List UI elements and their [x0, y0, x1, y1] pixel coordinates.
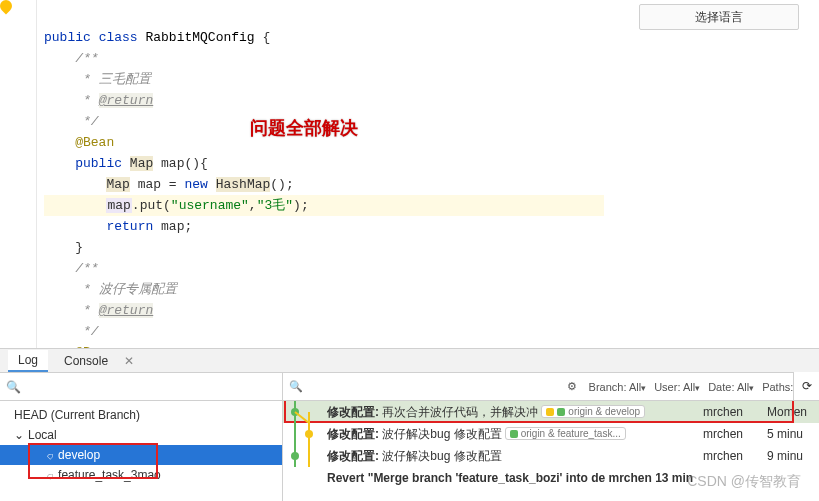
comment: */	[75, 324, 98, 339]
class-name: RabbitMQConfig	[145, 30, 254, 45]
commit-row[interactable]: 修改配置: 波仔解决bug 修改配置 mrchen 9 minu	[283, 445, 819, 467]
line: /**	[44, 51, 99, 66]
close-icon[interactable]: ✕	[124, 354, 134, 368]
comment: *	[75, 303, 98, 318]
filter-user[interactable]: User: All▾	[654, 381, 700, 393]
caret-line: map.put("username","3毛");	[44, 195, 604, 216]
comment: *	[75, 93, 98, 108]
refresh-icon: ⟳	[802, 379, 812, 393]
line: Map map = new HashMap();	[44, 177, 294, 192]
commit-message: 修改配置: 波仔解决bug 修改配置origin & feature_task.…	[327, 426, 703, 443]
branch-local-group[interactable]: Local	[0, 425, 282, 445]
commit-message: Revert "Merge branch 'feature_task_bozi'…	[283, 471, 693, 485]
branch-icon	[48, 448, 54, 462]
keyword: class	[99, 30, 138, 45]
sig: (){	[184, 156, 207, 171]
branch-label: Local	[28, 428, 57, 442]
branch-head[interactable]: HEAD (Current Branch)	[0, 405, 282, 425]
var: map	[138, 177, 161, 192]
string: "username"	[171, 198, 249, 213]
commit-message: 修改配置: 波仔解决bug 修改配置	[327, 448, 703, 465]
line: * 波仔专属配置	[44, 282, 177, 297]
search-icon: 🔍	[6, 380, 21, 394]
log-content: 🔍 HEAD (Current Branch) Local develop fe…	[0, 373, 819, 501]
branch-develop[interactable]: develop	[0, 445, 282, 465]
keyword: return	[106, 219, 153, 234]
svg-point-6	[305, 430, 313, 438]
branch-icon	[48, 468, 54, 482]
var: map	[106, 198, 131, 213]
branch-tree[interactable]: HEAD (Current Branch) Local develop feat…	[0, 401, 282, 501]
commit-row[interactable]: 修改配置: 波仔解决bug 修改配置origin & feature_task.…	[283, 423, 819, 445]
comment: * 波仔专属配置	[75, 282, 176, 297]
svg-point-8	[291, 452, 299, 460]
intention-bulb-icon[interactable]	[0, 0, 14, 14]
commit-graph	[283, 423, 327, 445]
type: HashMap	[216, 177, 271, 192]
commit-author: mrchen	[703, 405, 767, 419]
line: */	[44, 324, 99, 339]
commit-row[interactable]: Revert "Merge branch 'feature_task_bozi'…	[283, 467, 819, 489]
line: /**	[44, 261, 99, 276]
ref-badge[interactable]: origin & develop	[541, 405, 645, 418]
commit-row[interactable]: 修改配置: 再次合并波仔代码，并解决冲origin & develop mrch…	[283, 401, 819, 423]
return-tag: @return	[99, 93, 154, 108]
branch-feature-3mao[interactable]: feature_task_3mao	[0, 465, 282, 485]
overlay-annotation: 问题全部解决	[250, 116, 358, 140]
code-content[interactable]: public class RabbitMQConfig { /** * 三毛配置…	[44, 6, 604, 384]
branch-search[interactable]: 🔍	[0, 373, 282, 401]
keyword: public	[75, 156, 122, 171]
commit-graph	[283, 445, 327, 467]
line: */	[44, 114, 99, 129]
comment: */	[75, 114, 98, 129]
branch-label: feature_task_3mao	[58, 468, 161, 482]
filter-date[interactable]: Date: All▾	[708, 381, 754, 393]
annotation: @Bean	[75, 135, 114, 150]
branches-pane: 🔍 HEAD (Current Branch) Local develop fe…	[0, 373, 283, 501]
line: @Bean	[44, 135, 114, 150]
line: }	[44, 240, 83, 255]
vcs-log-panel: Log Console ✕ 🔍 HEAD (Current Branch) Lo…	[0, 348, 819, 501]
string: "3毛"	[257, 198, 293, 213]
tab-console[interactable]: Console	[54, 351, 118, 371]
commit-filter-bar: 🔍 ⚙ Branch: All▾ User: All▾ Date: All▾ P…	[283, 373, 819, 401]
chevron-down-icon[interactable]	[14, 428, 24, 442]
type: Map	[130, 156, 153, 171]
commit-date: 9 minu	[767, 449, 819, 463]
choose-language-button[interactable]: 选择语言	[639, 4, 799, 30]
refresh-button[interactable]: ⟳	[793, 372, 819, 400]
line: * @return	[44, 303, 153, 318]
commits-pane: 🔍 ⚙ Branch: All▾ User: All▾ Date: All▾ P…	[283, 373, 819, 501]
line: * @return	[44, 93, 153, 108]
method-name: map	[161, 156, 184, 171]
tab-log[interactable]: Log	[8, 350, 48, 372]
search-icon[interactable]: 🔍	[289, 380, 303, 393]
commit-date: 5 minu	[767, 427, 819, 441]
keyword: new	[184, 177, 207, 192]
comment: * 三毛配置	[75, 72, 150, 87]
code-editor[interactable]: public class RabbitMQConfig { /** * 三毛配置…	[0, 0, 819, 348]
ref-badge[interactable]: origin & feature_task...	[505, 427, 626, 440]
commit-date: Momen	[767, 405, 819, 419]
commit-graph	[283, 401, 327, 423]
branch-label: develop	[58, 448, 100, 462]
commit-author: mrchen	[703, 449, 767, 463]
return-tag: @return	[99, 303, 154, 318]
keyword: public	[44, 30, 91, 45]
filter-branch[interactable]: Branch: All▾	[589, 381, 647, 393]
branch-label: HEAD (Current Branch)	[14, 408, 140, 422]
commit-list[interactable]: 修改配置: 再次合并波仔代码，并解决冲origin & develop mrch…	[283, 401, 819, 501]
panel-tabs: Log Console ✕	[0, 349, 819, 373]
line: return map;	[44, 219, 192, 234]
commit-author: mrchen	[703, 427, 767, 441]
gutter	[0, 0, 40, 348]
line: public Map map(){	[44, 156, 208, 171]
commit-message: 修改配置: 再次合并波仔代码，并解决冲origin & develop	[327, 404, 703, 421]
brace: {	[262, 30, 270, 45]
comment: /**	[75, 261, 98, 276]
svg-line-3	[295, 412, 309, 423]
line: public class RabbitMQConfig {	[44, 30, 270, 45]
gear-icon[interactable]: ⚙	[567, 380, 577, 393]
fold-guide	[36, 0, 37, 348]
comment: /**	[75, 51, 98, 66]
